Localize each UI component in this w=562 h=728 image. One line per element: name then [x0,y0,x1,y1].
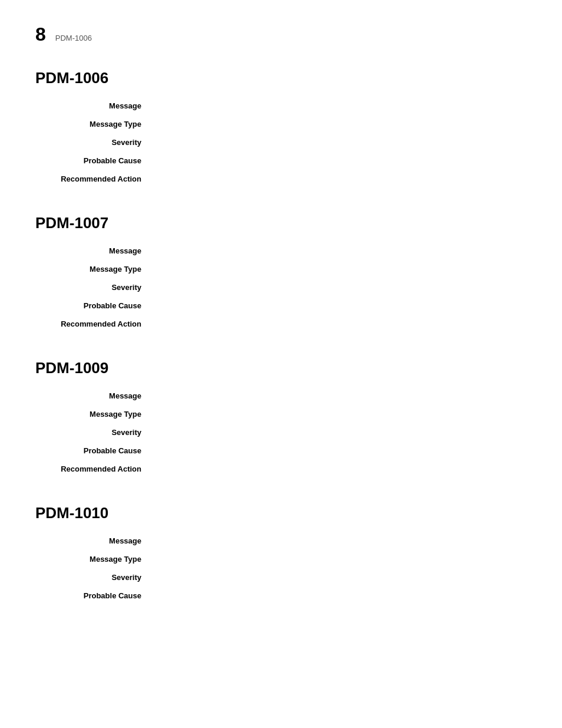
field-row-pdm-1009-2: Severity [35,426,527,439]
field-label-pdm-1009-3: Probable Cause [35,446,153,455]
section-pdm-1006: PDM-1006MessageMessage TypeSeverityProba… [35,69,527,186]
field-row-pdm-1009-1: Message Type [35,407,527,421]
field-label-pdm-1006-0: Message [35,101,153,110]
field-row-pdm-1007-0: Message [35,244,527,258]
field-row-pdm-1010-1: Message Type [35,552,527,566]
field-label-pdm-1009-4: Recommended Action [35,465,153,473]
field-label-pdm-1007-4: Recommended Action [35,319,153,328]
field-label-pdm-1010-0: Message [35,536,153,545]
field-label-pdm-1006-4: Recommended Action [35,174,153,183]
field-row-pdm-1006-4: Recommended Action [35,172,527,186]
field-row-pdm-1006-0: Message [35,99,527,113]
field-row-pdm-1007-2: Severity [35,281,527,294]
field-row-pdm-1009-0: Message [35,389,527,403]
field-row-pdm-1007-1: Message Type [35,262,527,276]
page-header: 8 PDM-1006 [35,24,527,45]
field-label-pdm-1007-2: Severity [35,283,153,292]
field-label-pdm-1007-3: Probable Cause [35,301,153,310]
field-row-pdm-1006-1: Message Type [35,117,527,131]
field-row-pdm-1006-2: Severity [35,136,527,149]
field-label-pdm-1007-0: Message [35,246,153,255]
field-label-pdm-1007-1: Message Type [35,265,153,274]
field-row-pdm-1010-0: Message [35,534,527,548]
section-pdm-1007: PDM-1007MessageMessage TypeSeverityProba… [35,214,527,331]
section-title-pdm-1006: PDM-1006 [35,69,527,87]
field-row-pdm-1007-3: Probable Cause [35,299,527,312]
field-row-pdm-1007-4: Recommended Action [35,317,527,331]
field-label-pdm-1010-3: Probable Cause [35,591,153,600]
page-subtitle: PDM-1006 [55,34,92,42]
field-label-pdm-1009-2: Severity [35,428,153,437]
field-label-pdm-1009-1: Message Type [35,410,153,419]
field-row-pdm-1010-3: Probable Cause [35,589,527,602]
section-title-pdm-1010: PDM-1010 [35,504,527,522]
field-row-pdm-1009-4: Recommended Action [35,462,527,476]
field-label-pdm-1009-0: Message [35,391,153,400]
field-row-pdm-1010-2: Severity [35,571,527,584]
field-row-pdm-1006-3: Probable Cause [35,154,527,167]
field-label-pdm-1010-2: Severity [35,573,153,582]
section-title-pdm-1007: PDM-1007 [35,214,527,232]
field-row-pdm-1009-3: Probable Cause [35,444,527,457]
section-pdm-1010: PDM-1010MessageMessage TypeSeverityProba… [35,504,527,602]
field-label-pdm-1006-2: Severity [35,138,153,147]
field-label-pdm-1010-1: Message Type [35,555,153,564]
page-number: 8 [35,24,46,45]
field-label-pdm-1006-3: Probable Cause [35,156,153,165]
section-title-pdm-1009: PDM-1009 [35,359,527,377]
field-label-pdm-1006-1: Message Type [35,120,153,129]
section-pdm-1009: PDM-1009MessageMessage TypeSeverityProba… [35,359,527,476]
